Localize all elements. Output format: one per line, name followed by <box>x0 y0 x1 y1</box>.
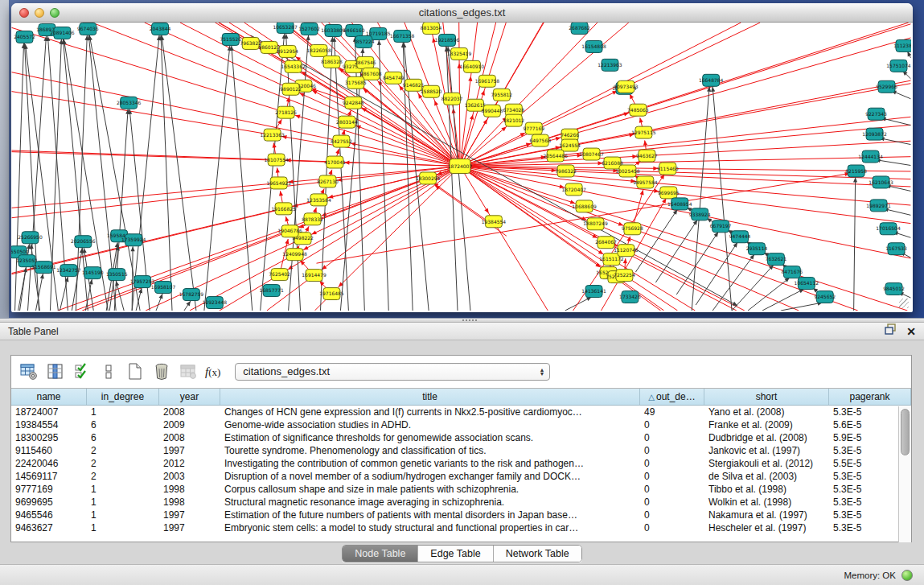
close-panel-icon[interactable]: ✕ <box>906 326 916 337</box>
show-columns-button[interactable] <box>44 360 67 383</box>
status-bar: Memory: OK <box>0 564 924 585</box>
column-header-out_de[interactable]: △out_de… <box>640 389 704 405</box>
graph-node-label: 2684067 <box>595 239 617 245</box>
table-row[interactable]: 946554611997Estimation of the future num… <box>11 509 911 521</box>
column-header-title[interactable]: title <box>220 389 640 405</box>
citation-ray-edge <box>459 23 460 159</box>
graph-node-label: 1235051 <box>16 257 38 263</box>
graph-edge <box>876 160 911 166</box>
graph-node-label: 9845012 <box>883 286 905 291</box>
graph-edge <box>713 254 754 311</box>
vertical-scrollbar[interactable] <box>898 406 911 542</box>
scrollbar-thumb[interactable] <box>901 409 910 455</box>
tab-edge-table[interactable]: Edge Table <box>418 546 493 562</box>
table-cell: 2003 <box>159 470 220 483</box>
table-cell: 0 <box>640 509 704 521</box>
table-cell: Disruption of a novel member of a sodium… <box>220 470 640 483</box>
table-tabs-strip: Node Table Edge Table Network Table <box>10 542 914 564</box>
citation-ray-edge <box>462 23 495 159</box>
table-body: 1872400712008Changes of HCN gene express… <box>11 406 911 534</box>
table-mode-button[interactable] <box>18 360 40 383</box>
tab-node-table[interactable]: Node Table <box>343 546 418 562</box>
graph-node-label: 18724007 <box>448 163 473 169</box>
column-header-in_degree[interactable]: in_degree <box>87 389 159 405</box>
graph-node-label: 6216088 <box>602 160 623 166</box>
table-cell: Hescheler et al. (1997) <box>704 521 829 534</box>
row-height-button[interactable] <box>97 360 120 383</box>
graph-node-label: 6466160 <box>343 27 365 33</box>
graph-node-label: 3175685 <box>345 80 367 85</box>
graph-node-label: 19892971 <box>866 203 891 208</box>
tab-network-table[interactable]: Network Table <box>494 546 581 562</box>
graph-node-label: 9463627 <box>636 153 658 159</box>
table-row[interactable]: 969969511998Structural magnetic resonanc… <box>11 496 911 509</box>
graph-node-label: 9674036 <box>77 26 99 31</box>
edge-arrowhead <box>273 142 277 147</box>
divider-handle-icon <box>462 319 477 322</box>
table-row[interactable]: 1830029562008Estimation of significance … <box>11 431 911 444</box>
table-row[interactable]: 1938455462009Genome-wide association stu… <box>11 418 911 431</box>
graph-edge <box>748 278 790 311</box>
graph-node-label: 8267130 <box>317 179 339 184</box>
table-cell: 9115460 <box>11 444 87 457</box>
graph-node-label: 17016504 <box>876 225 901 231</box>
table-cell: 1997 <box>159 444 220 457</box>
table-row[interactable]: 911546021997Tourette syndrome. Phenomeno… <box>11 444 911 457</box>
table-cell: 1998 <box>159 483 220 496</box>
table-cell: Estimation of significance thresholds fo… <box>220 431 640 444</box>
table-row[interactable]: 1872400712008Changes of HCN gene express… <box>11 406 911 418</box>
graph-edge <box>31 244 39 311</box>
graph-node-label: 10688609 <box>572 204 597 209</box>
graph-node-label: 8912954 <box>277 48 298 54</box>
table-cell: 2 <box>87 444 159 457</box>
edge-arrowhead <box>288 266 293 270</box>
column-header-year[interactable]: year <box>159 389 220 405</box>
table-row[interactable]: 946362711997Embryonic stem cells: a mode… <box>11 521 911 534</box>
graph-node-label: 1733426 <box>619 294 641 299</box>
graph-node-label: 9338924 <box>689 212 711 217</box>
float-panel-icon[interactable] <box>885 323 897 340</box>
table-cell: 1 <box>87 496 159 509</box>
table-cell: 2009 <box>159 418 220 431</box>
cytoscape-desktop: citations_edges.txt 24055721868979208914… <box>0 0 924 318</box>
graph-node-label: 9146821 <box>403 82 425 88</box>
table-cell: Jankovic et al. (1997) <box>704 444 829 457</box>
graph-node-label: 16671358 <box>390 33 415 39</box>
graph-node-label: 11568691 <box>31 264 56 270</box>
column-header-short[interactable]: short <box>704 389 829 405</box>
select-columns-button[interactable] <box>71 360 93 383</box>
graph-node-label: 16782759 <box>179 291 204 297</box>
delete-column-button[interactable] <box>150 360 173 383</box>
column-header-name[interactable]: name <box>11 389 87 405</box>
graph-node-label: 90973493 <box>614 84 639 89</box>
graph-node-label: 1821012 <box>503 117 525 123</box>
table-cell: Genome-wide association studies in ADHD. <box>220 418 640 431</box>
network-canvas[interactable]: 2405572186897920891406967403620438447515… <box>11 23 911 311</box>
new-column-button[interactable] <box>124 360 146 383</box>
graph-node-label: 1112383 <box>893 43 911 48</box>
citation-network-graph[interactable]: 2405572186897920891406967403620438447515… <box>11 23 911 311</box>
graph-node-label: 19716485 <box>319 290 344 296</box>
table-row[interactable]: 1456911722003Disruption of a novel membe… <box>11 470 911 483</box>
table-cell: Tourette syndrome. Phenomenology and cla… <box>220 444 640 457</box>
graph-node-label: 6734028 <box>503 107 525 113</box>
graph-node-label: 12444134 <box>858 154 883 159</box>
window-resize-grip[interactable] <box>899 299 909 308</box>
function-builder-button[interactable]: f(x) <box>205 365 220 379</box>
graph-node-label: 16543362 <box>281 64 306 69</box>
table-source-select[interactable]: citations_edges.txt ▲▼ <box>235 363 550 381</box>
edge-arrowhead <box>277 119 281 124</box>
graph-node-label: 17359924 <box>121 237 146 242</box>
graph-node-label: 16958107 <box>151 284 176 290</box>
edge-arrowhead <box>285 239 289 244</box>
edge-arrowhead <box>377 40 381 45</box>
table-row[interactable]: 2242004622012Investigating the contribut… <box>11 457 911 470</box>
table-row[interactable]: 977716911998Corpus callosum shape and si… <box>11 483 911 496</box>
network-window-titlebar[interactable]: citations_edges.txt <box>11 3 913 23</box>
graph-node-label: 16210643 <box>869 179 893 185</box>
table-cell: 9465546 <box>11 509 87 521</box>
column-header-pagerank[interactable]: pagerank <box>829 389 911 405</box>
table-cell: 22420046 <box>11 457 87 470</box>
graph-edge <box>435 185 507 236</box>
graph-node-label: 9115460 <box>657 166 679 171</box>
